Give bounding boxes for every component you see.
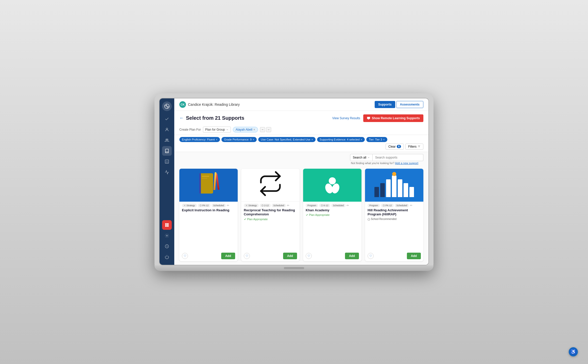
tag-scheduled-3: Scheduled	[331, 204, 346, 207]
filter-bar-left: Create Plan For Plan for Group Alayah Ab…	[179, 127, 271, 133]
svg-point-1	[166, 128, 168, 130]
card-image-4	[365, 169, 423, 202]
sidebar-item-gear[interactable]	[162, 231, 172, 240]
card-name-4: Hill Reading Achievement Program (HillRA…	[368, 208, 421, 217]
tag-strategy: Strategy	[182, 204, 197, 207]
card-name-3: Khan Academy	[306, 208, 359, 213]
tag-program-4: Program	[368, 204, 380, 207]
edit-icon-1[interactable]: ✏	[227, 204, 229, 207]
sidebar-item-power[interactable]	[162, 252, 172, 262]
svg-rect-7	[165, 225, 167, 227]
svg-rect-5	[165, 223, 167, 225]
add-button-4[interactable]: Add	[407, 253, 421, 259]
sidebar-item-group[interactable]	[162, 135, 172, 145]
view-survey-link[interactable]: View Survey Results	[332, 116, 360, 120]
sidebar-item-circle[interactable]	[162, 241, 172, 251]
svg-point-20	[329, 177, 336, 184]
svg-point-24	[383, 205, 385, 206]
card-footer-4: ♡ Add	[365, 251, 423, 261]
clear-badge: 6	[397, 145, 401, 148]
card-body-2: Strategy 2-12 Scheduled ✏ Reciprocal Tea…	[241, 202, 300, 251]
plan-for-select[interactable]: Plan for Group	[203, 127, 231, 133]
chip-remove-4[interactable]: ×	[383, 138, 385, 141]
card-body-1: Strategy PK-12 Scheduled ✏ Explicit Inst…	[179, 202, 238, 251]
student-tag: Alayah Abell ×	[233, 127, 258, 132]
not-finding-text: Not finding what you're looking for? Add…	[179, 161, 423, 166]
sidebar-logo[interactable]	[162, 101, 172, 111]
add-button-1[interactable]: Add	[221, 253, 235, 259]
sidebar-item-book[interactable]	[162, 146, 172, 156]
sidebar-item-building[interactable]	[162, 157, 172, 166]
edit-icon-4[interactable]: ✏	[410, 204, 412, 207]
filter-chip-4[interactable]: Tier: Tier 3 ×	[366, 137, 387, 142]
svg-rect-6	[167, 223, 169, 225]
sidebar-item-person[interactable]	[162, 125, 172, 134]
card-footer-1: ♡ Add	[179, 251, 238, 261]
avatar: CK	[179, 101, 186, 108]
filter-chip-0[interactable]: English Proficiency: Fluent ×	[179, 137, 220, 142]
tag-grade-4: PK-12	[381, 204, 394, 207]
back-button[interactable]: ←	[179, 115, 184, 121]
topbar-title: Candice Krajcik: Reading Library	[188, 102, 240, 107]
card-explicit-instruction: Strategy PK-12 Scheduled ✏ Explicit Inst…	[179, 169, 238, 261]
page-title: Select from 21 Supports	[186, 115, 244, 121]
svg-point-17	[200, 205, 201, 206]
card-name-1: Explicit Instruction in Reading	[182, 208, 235, 213]
favorite-button-2[interactable]: ♡	[244, 253, 250, 259]
filter-chip-1[interactable]: Grade Performance: 9 ×	[221, 137, 257, 142]
filter-chip-3[interactable]: Supporting Evidence: 4 selected ×	[317, 137, 365, 142]
add-button-2[interactable]: Add	[283, 253, 297, 259]
assessments-tab-button[interactable]: Assessments	[396, 101, 423, 108]
laptop-base	[154, 265, 434, 271]
card-tags-4: Program PK-12 Scheduled ✏	[368, 204, 421, 207]
expand-students-button[interactable]	[266, 127, 271, 132]
edit-icon-3[interactable]: ✏	[347, 204, 349, 207]
create-plan-label: Create Plan For	[179, 128, 201, 131]
chip-remove-3[interactable]: ×	[361, 138, 362, 141]
sidebar-item-red[interactable]	[162, 220, 172, 230]
student-tag-remove[interactable]: ×	[253, 128, 255, 131]
card-image-2	[241, 169, 300, 202]
svg-point-18	[262, 205, 263, 206]
svg-point-23	[321, 205, 323, 206]
page-header-left: ← Select from 21 Supports	[179, 115, 244, 121]
chip-remove-1[interactable]: ×	[253, 138, 254, 141]
sidebar-bottom	[162, 220, 172, 262]
topbar-left: CK Candice Krajcik: Reading Library	[179, 101, 240, 108]
search-input[interactable]	[373, 154, 423, 161]
filter-chip-2[interactable]: Use Case: Not Specified, Extended Use ×	[258, 137, 315, 142]
page-header: ← Select from 21 Supports View Survey Re…	[174, 111, 428, 125]
tag-program-3: Program	[306, 204, 318, 207]
card-footer-3: ♡ Add	[303, 251, 361, 261]
cards-grid: Strategy PK-12 Scheduled ✏ Explicit Inst…	[174, 166, 428, 265]
topbar: CK Candice Krajcik: Reading Library Supp…	[174, 98, 428, 111]
card-tags-2: Strategy 2-12 Scheduled ✏	[244, 204, 297, 207]
favorite-button-4[interactable]: ♡	[368, 253, 374, 259]
card-name-2: Reciprocal Teaching for Reading Comprehe…	[244, 208, 297, 217]
edit-icon-2[interactable]: ✏	[287, 204, 289, 207]
remote-learning-button[interactable]: Show Remote Learning Supports	[363, 114, 423, 122]
remove-student-button[interactable]	[260, 127, 265, 132]
supports-tab-button[interactable]: Supports	[375, 101, 395, 108]
chip-remove-2[interactable]: ×	[311, 138, 313, 141]
tag-scheduled-2: Scheduled	[272, 204, 286, 207]
search-all-button[interactable]: Search all	[350, 154, 373, 161]
card-tags-1: Strategy PK-12 Scheduled ✏	[182, 204, 235, 207]
sidebar-item-check[interactable]	[162, 114, 172, 124]
search-section: Search all Not finding what you're looki…	[174, 152, 428, 166]
plan-appropriate-3: Plan Appropriate	[306, 213, 359, 216]
favorite-button-1[interactable]: ♡	[182, 253, 188, 259]
sidebar-item-chart[interactable]	[162, 167, 172, 177]
tag-grade: PK-12	[198, 204, 211, 207]
tag-grade-2: 2-12	[260, 204, 271, 207]
add-new-support-link[interactable]: Add a new support	[395, 162, 418, 165]
add-button-3[interactable]: Add	[345, 253, 359, 259]
favorite-button-3[interactable]: ♡	[306, 253, 312, 259]
accessibility-button[interactable]: ♿	[569, 347, 578, 356]
chip-remove-0[interactable]: ×	[216, 138, 217, 141]
card-image-1	[179, 169, 238, 202]
main-content: CK Candice Krajcik: Reading Library Supp…	[174, 98, 428, 265]
filters-button[interactable]: Filters	[405, 144, 423, 150]
clear-filters-button[interactable]: Clear 6	[386, 144, 404, 150]
card-body-3: Program K-12 Scheduled ✏ Khan Academy Pl…	[303, 202, 361, 251]
